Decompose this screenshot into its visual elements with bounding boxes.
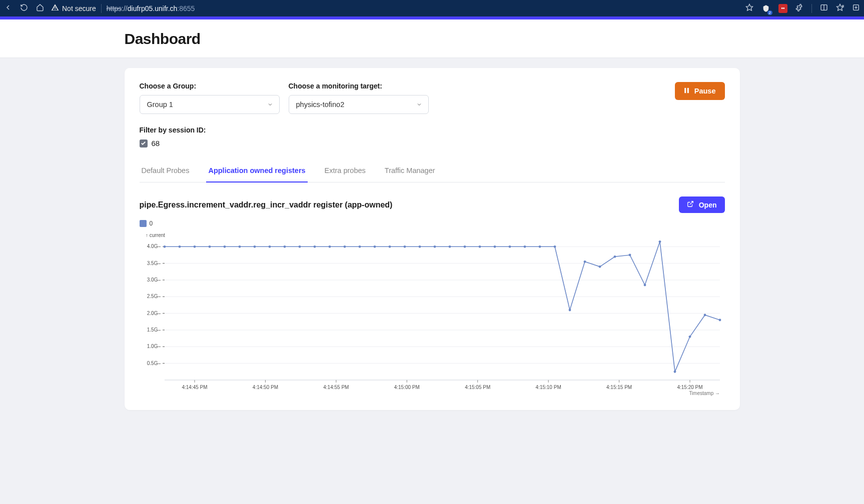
- session-filter-item[interactable]: 68: [140, 139, 725, 148]
- svg-point-88: [658, 240, 661, 243]
- url-text: https://diufrp05.unifr.ch:8655: [107, 4, 195, 12]
- warning-icon: [51, 4, 59, 13]
- svg-point-76: [478, 246, 481, 248]
- svg-point-74: [448, 246, 451, 248]
- svg-point-77: [493, 246, 496, 248]
- svg-text:3.5G–: 3.5G–: [147, 260, 161, 266]
- pause-icon: [684, 87, 689, 95]
- svg-point-55: [163, 246, 166, 248]
- group-label: Choose a Group:: [140, 82, 280, 90]
- svg-text:4.0G–: 4.0G–: [147, 244, 161, 249]
- svg-point-61: [253, 246, 256, 248]
- extension-mendeley-icon[interactable]: ••: [778, 4, 787, 13]
- svg-point-64: [298, 246, 301, 248]
- svg-point-59: [223, 246, 226, 248]
- back-icon[interactable]: [4, 4, 12, 14]
- svg-point-91: [703, 314, 706, 316]
- dashboard-card: Choose a Group: Group 1 Choose a monitor…: [125, 68, 740, 410]
- svg-point-75: [463, 246, 466, 248]
- svg-text:↑ current: ↑ current: [146, 232, 165, 238]
- chart: ↑ current0.5G–1.0G–1.5G–2.0G–2.5G–3.0G–3…: [140, 230, 725, 400]
- svg-point-71: [403, 246, 406, 248]
- svg-text:1.0G–: 1.0G–: [147, 344, 161, 349]
- pause-label: Pause: [694, 87, 716, 95]
- page-header: Dashboard: [0, 20, 864, 58]
- refresh-icon[interactable]: [20, 4, 28, 14]
- open-button[interactable]: Open: [679, 196, 725, 213]
- external-link-icon: [687, 200, 694, 209]
- target-label: Choose a monitoring target:: [289, 82, 429, 90]
- svg-text:4:15:20 PM: 4:15:20 PM: [677, 384, 702, 390]
- svg-point-86: [628, 254, 631, 256]
- collections-icon[interactable]: [852, 4, 860, 14]
- svg-text:4:15:15 PM: 4:15:15 PM: [606, 384, 631, 390]
- open-label: Open: [699, 201, 717, 209]
- svg-point-72: [418, 246, 421, 248]
- chart-title: pipe.Egress.increment_vaddr.reg_incr_vad…: [140, 200, 393, 210]
- svg-point-80: [538, 246, 541, 248]
- svg-rect-9: [684, 88, 686, 93]
- svg-point-69: [373, 246, 376, 248]
- line-chart: ↑ current0.5G–1.0G–1.5G–2.0G–2.5G–3.0G–3…: [140, 230, 725, 400]
- svg-point-73: [433, 246, 436, 248]
- group-select[interactable]: Group 1: [140, 95, 280, 114]
- page-title: Dashboard: [125, 30, 740, 48]
- svg-point-58: [208, 246, 211, 248]
- chart-legend: 0: [140, 220, 725, 227]
- svg-marker-3: [836, 4, 843, 10]
- tab-extra-probes[interactable]: Extra probes: [323, 160, 368, 182]
- legend-label: 0: [150, 220, 153, 227]
- svg-point-63: [283, 246, 286, 248]
- svg-point-89: [673, 370, 676, 373]
- tab-default-probes[interactable]: Default Probes: [140, 160, 192, 182]
- tab-traffic-manager[interactable]: Traffic Manager: [383, 160, 437, 182]
- svg-text:4:14:50 PM: 4:14:50 PM: [252, 384, 278, 390]
- favorite-icon[interactable]: [745, 4, 753, 14]
- svg-text:1.5G–: 1.5G–: [147, 327, 161, 332]
- svg-point-85: [613, 256, 616, 258]
- svg-point-79: [523, 246, 526, 248]
- filter-label: Filter by session ID:: [140, 126, 725, 134]
- target-select[interactable]: physics-tofino2: [289, 95, 429, 114]
- favorites-list-icon[interactable]: [836, 4, 844, 14]
- svg-text:2.5G–: 2.5G–: [147, 294, 161, 299]
- security-label: Not secure: [62, 4, 96, 12]
- svg-point-56: [178, 246, 181, 248]
- svg-point-60: [238, 246, 241, 248]
- extensions-icon[interactable]: [795, 4, 803, 14]
- address-bar[interactable]: Not secure https://diufrp05.unifr.ch:865…: [51, 4, 738, 13]
- home-icon[interactable]: [36, 4, 44, 14]
- svg-text:0.5G–: 0.5G–: [147, 360, 161, 366]
- pause-button[interactable]: Pause: [675, 82, 725, 100]
- svg-point-66: [328, 246, 331, 248]
- session-id-value: 68: [152, 139, 160, 148]
- svg-point-62: [268, 246, 271, 248]
- svg-point-57: [193, 246, 196, 248]
- svg-point-84: [598, 266, 601, 268]
- svg-point-81: [553, 246, 556, 248]
- svg-point-87: [643, 284, 646, 286]
- svg-text:3.0G–: 3.0G–: [147, 277, 161, 282]
- svg-text:4:15:10 PM: 4:15:10 PM: [535, 384, 561, 390]
- svg-point-68: [358, 246, 361, 248]
- svg-point-67: [343, 246, 346, 248]
- svg-text:4:15:05 PM: 4:15:05 PM: [465, 384, 490, 390]
- legend-swatch: [140, 220, 147, 227]
- svg-line-11: [690, 202, 693, 204]
- extension-shield-icon[interactable]: 2: [761, 4, 770, 13]
- svg-text:2.0G–: 2.0G–: [147, 310, 161, 316]
- svg-point-82: [568, 309, 571, 312]
- svg-point-90: [688, 336, 691, 338]
- svg-point-65: [313, 246, 316, 248]
- split-screen-icon[interactable]: [820, 4, 828, 14]
- svg-point-70: [388, 246, 391, 248]
- svg-text:Timestamp →: Timestamp →: [689, 390, 720, 396]
- svg-text:4:14:45 PM: 4:14:45 PM: [182, 384, 207, 390]
- svg-marker-0: [746, 4, 752, 10]
- checkbox-checked-icon[interactable]: [140, 140, 148, 148]
- tab-app-owned-registers[interactable]: Application owned registers: [206, 160, 307, 182]
- tabs: Default Probes Application owned registe…: [140, 160, 725, 182]
- svg-text:4:14:55 PM: 4:14:55 PM: [323, 384, 349, 390]
- svg-point-83: [583, 260, 586, 263]
- divider: [811, 4, 812, 13]
